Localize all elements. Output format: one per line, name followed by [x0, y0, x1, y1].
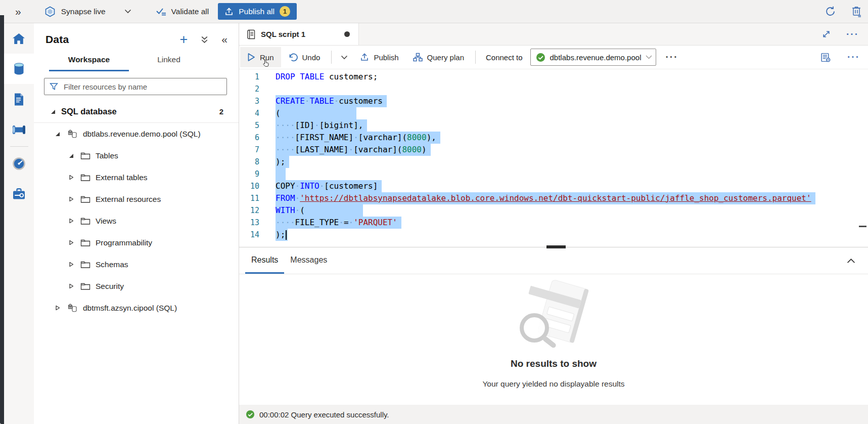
tree-item-external-resources[interactable]: External resources	[34, 188, 239, 210]
splitter-drag-handle[interactable]	[546, 245, 566, 248]
expand-editor-icon[interactable]	[821, 29, 831, 39]
tree-item-sql-database[interactable]: SQL database2	[34, 101, 239, 123]
publish-all-button[interactable]: Publish all 1	[218, 3, 297, 20]
query-plan-button[interactable]: Query plan	[406, 47, 471, 67]
tree-item-programmability[interactable]: Programmability	[34, 232, 239, 253]
tab-more-icon[interactable]: ···	[846, 32, 859, 37]
filter-resources-box[interactable]	[44, 78, 227, 95]
publish-label: Publish	[374, 53, 398, 62]
main-area: SQL script 1 ··· Run Undo	[239, 23, 868, 424]
code-line[interactable]: COPY·INTO·[customers]	[276, 180, 868, 192]
nav-home[interactable]	[4, 23, 34, 54]
line-number: 7	[239, 144, 259, 156]
top-command-bar: » Synapse live Validate all Publish all …	[0, 0, 868, 23]
refresh-icon[interactable]	[825, 6, 836, 17]
chevron-down-icon[interactable]	[124, 9, 131, 14]
upload-icon	[224, 7, 234, 16]
run-button[interactable]: Run	[240, 47, 281, 67]
tree-item-schemas[interactable]: Schemas	[34, 253, 239, 275]
tab-sql-script-1[interactable]: SQL script 1	[239, 23, 359, 45]
code-lines[interactable]: DROP TABLE customers;CREATE·TABLE·custom…	[276, 71, 868, 241]
line-number: 12	[239, 204, 259, 217]
code-line[interactable]: DROP TABLE customers;	[276, 71, 868, 83]
folder-icon	[80, 238, 90, 247]
undo-label: Undo	[302, 53, 321, 62]
sql-code-editor[interactable]: 1234567891011121314 DROP TABLE customers…	[239, 69, 868, 247]
code-line[interactable]	[276, 83, 868, 95]
collapsed-nav-strip[interactable]	[0, 15, 4, 424]
undo-button[interactable]: Undo	[281, 47, 328, 67]
collapsed-arrow-icon[interactable]	[67, 174, 75, 181]
toolbar-overflow-icon[interactable]: ···	[847, 55, 860, 60]
nav-monitor[interactable]	[4, 148, 34, 179]
collapsed-arrow-icon[interactable]	[54, 305, 61, 311]
tab-messages[interactable]: Messages	[284, 247, 333, 274]
resource-tree: SQL database2dbtlabs.revenue.demo.pool (…	[34, 101, 239, 319]
connect-to-dropdown[interactable]: dbtlabs.revenue.demo.pool	[530, 49, 657, 66]
tab-workspace[interactable]: Workspace	[49, 55, 129, 71]
tree-item-security[interactable]: Security	[34, 275, 239, 297]
pipeline-icon	[12, 124, 26, 136]
query-plan-label: Query plan	[427, 53, 464, 62]
collapsed-arrow-icon[interactable]	[67, 218, 75, 224]
tab-results[interactable]: Results	[245, 247, 284, 274]
code-line[interactable]: CREATE·TABLE·customers	[276, 95, 868, 107]
code-line[interactable]	[276, 168, 868, 180]
nav-develop[interactable]	[4, 84, 34, 114]
tree-item-dbtlabs-revenue-demo-pool-sql-[interactable]: dbtlabs.revenue.demo.pool (SQL)	[34, 123, 239, 145]
tree-item-views[interactable]: Views	[34, 210, 239, 232]
expand-panel-icon[interactable]: »	[15, 6, 21, 17]
item-count: 2	[219, 107, 223, 116]
scrollbar-position-mark[interactable]	[859, 226, 866, 227]
tree-item-tables[interactable]: Tables	[34, 145, 239, 166]
query-plan-icon	[413, 53, 423, 62]
line-number: 9	[239, 168, 259, 180]
add-resource-button[interactable]: +	[180, 34, 188, 45]
collapse-panel-icon[interactable]: «	[221, 35, 227, 44]
code-line[interactable]: WITH·(	[276, 204, 868, 217]
publish-all-label: Publish all	[239, 7, 275, 16]
expanded-arrow-icon[interactable]	[54, 131, 61, 137]
line-number: 10	[239, 180, 259, 192]
collapsed-arrow-icon[interactable]	[67, 283, 75, 289]
code-line[interactable]: ····[LAST_NAME]·[varchar](8000)	[276, 144, 868, 156]
code-line[interactable]: );	[276, 156, 868, 168]
line-number: 5	[239, 119, 259, 132]
tree-item-external-tables[interactable]: External tables	[34, 166, 239, 188]
doc-tab-title: SQL script 1	[261, 30, 305, 38]
view-settings-icon[interactable]	[820, 52, 831, 63]
expanded-arrow-icon[interactable]	[67, 152, 75, 159]
publish-button[interactable]: Publish	[353, 47, 405, 67]
nav-manage[interactable]	[4, 179, 34, 209]
tree-item-label: dbtlabs.revenue.demo.pool (SQL)	[83, 130, 201, 139]
collapsed-arrow-icon[interactable]	[67, 196, 75, 202]
collapsed-arrow-icon[interactable]	[67, 261, 75, 268]
code-line[interactable]: ····[ID]·[bigint],	[276, 119, 868, 132]
query-status-bar: 00:00:02 Query executed successfully.	[239, 405, 868, 424]
toolbar-separator	[475, 51, 476, 64]
collapse-all-icon[interactable]	[200, 36, 209, 44]
nav-data[interactable]	[4, 54, 34, 84]
run-options-chevron-icon[interactable]	[336, 55, 353, 60]
code-line[interactable]: ····[FIRST_NAME]·[varchar](8000),	[276, 132, 868, 144]
toolbox-icon	[12, 188, 26, 200]
tree-item-dbtmsft-azsyn-cipool-sql-[interactable]: dbtmsft.azsyn.cipool (SQL)	[34, 297, 239, 319]
code-line[interactable]: ····FILE_TYPE·=·'PARQUET'	[276, 217, 868, 229]
code-line[interactable]: (	[276, 107, 868, 119]
tab-linked[interactable]: Linked	[129, 55, 209, 71]
expanded-arrow-icon[interactable]	[49, 108, 57, 115]
collapse-results-icon[interactable]	[847, 258, 855, 264]
data-panel: Data + « Workspace Linked SQL database2d…	[34, 23, 239, 424]
toolbar-separator	[331, 51, 332, 64]
code-line[interactable]: FROM·'https://dbtlabsynapsedatalake.blob…	[276, 192, 868, 204]
filter-resources-input[interactable]	[63, 82, 221, 92]
collapsed-arrow-icon[interactable]	[67, 239, 75, 246]
sql-script-icon	[246, 29, 256, 40]
code-line[interactable]: );	[276, 229, 868, 241]
validate-all-button[interactable]: Validate all	[156, 7, 209, 17]
line-number: 8	[239, 156, 259, 168]
toolbar-more-icon[interactable]: ···	[665, 55, 678, 60]
synapse-live-dropdown[interactable]: Synapse live	[44, 6, 131, 17]
nav-integrate[interactable]	[4, 114, 34, 145]
trash-icon[interactable]	[851, 6, 862, 17]
